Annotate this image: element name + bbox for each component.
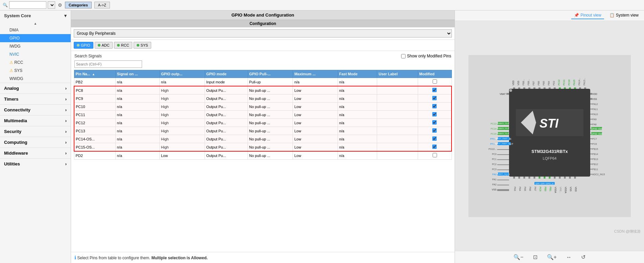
tab-rcc[interactable]: RCC bbox=[114, 42, 132, 49]
tab-gpio[interactable]: GPIO bbox=[74, 42, 93, 49]
table-cell: n/a bbox=[338, 119, 377, 127]
gear-icon[interactable]: ⚙ bbox=[58, 2, 62, 8]
table-cell: n/a bbox=[115, 119, 159, 127]
table-cell: Output Pu... bbox=[205, 135, 248, 143]
table-cell: PC8 bbox=[74, 86, 115, 95]
svg-text:STM32G431RBTx: STM32G431RBTx bbox=[531, 149, 568, 154]
top-search-input[interactable] bbox=[9, 1, 46, 9]
col-fast-mode[interactable]: Fast Mode bbox=[338, 70, 377, 78]
modified-checkbox[interactable] bbox=[432, 128, 437, 133]
table-row[interactable]: PC15-OS...n/aHighOutput Pu...No pull-up … bbox=[74, 143, 452, 152]
modified-checkbox[interactable] bbox=[432, 144, 437, 149]
modified-cell[interactable] bbox=[418, 151, 452, 160]
sidebar-category-security[interactable]: Security › bbox=[0, 126, 71, 137]
table-row[interactable]: PD2n/aLowOutput Pu...No pull-up ...Lown/… bbox=[74, 151, 452, 160]
modified-cell[interactable] bbox=[418, 103, 452, 111]
svg-text:VDDA: VDDA bbox=[565, 187, 567, 193]
col-gpio-mode[interactable]: GPIO mode bbox=[205, 70, 248, 78]
table-row[interactable]: PC12n/aHighOutput Pu...No pull-up ...Low… bbox=[74, 119, 452, 127]
modified-cell[interactable] bbox=[418, 119, 452, 127]
sidebar-item-rcc[interactable]: ⚠ RCC bbox=[0, 58, 71, 67]
bottom-toolbar: 🔍− ⊡ 🔍+ ↔ ↺ bbox=[455, 251, 644, 263]
pan-button[interactable]: ↔ bbox=[565, 254, 573, 261]
modified-checkbox[interactable] bbox=[432, 136, 437, 141]
sidebar-category-utilities[interactable]: Utilities › bbox=[0, 158, 71, 169]
table-row[interactable]: PC8n/aHighOutput Pu...No pull-up ...Lown… bbox=[74, 86, 452, 95]
show-modified-checkbox[interactable] bbox=[401, 54, 406, 58]
modified-checkbox[interactable] bbox=[432, 112, 437, 116]
sidebar-item-dma[interactable]: DMA bbox=[0, 26, 71, 34]
svg-text:PB8...: PB8... bbox=[527, 79, 530, 85]
sidebar-item-gpio[interactable]: GPIO bbox=[0, 34, 71, 42]
svg-text:PB11: PB11 bbox=[592, 168, 598, 170]
top-bar: 🔍 ⚙ Categories A->Z bbox=[0, 0, 644, 10]
adc-tab-label: ADC bbox=[102, 43, 110, 47]
search-signals-input[interactable] bbox=[74, 60, 142, 68]
modified-checkbox[interactable] bbox=[433, 153, 437, 157]
fit-button[interactable]: ⊡ bbox=[532, 253, 539, 261]
system-core-section[interactable]: System Core ▾ bbox=[0, 10, 71, 21]
tab-adc[interactable]: ADC bbox=[95, 42, 113, 49]
modified-checkbox[interactable] bbox=[432, 120, 437, 125]
col-pin-name[interactable]: Pin Na... ▲ bbox=[74, 70, 115, 78]
modified-cell[interactable] bbox=[418, 135, 452, 143]
tab-sys[interactable]: SYS bbox=[134, 42, 151, 49]
sidebar-category-timers[interactable]: Timers › bbox=[0, 94, 71, 104]
tab-system-view[interactable]: 📋 System view bbox=[607, 12, 641, 19]
table-cell: n/a bbox=[115, 143, 159, 152]
modified-cell[interactable] bbox=[418, 127, 452, 135]
tab-atoz[interactable]: A->Z bbox=[94, 2, 110, 8]
rotate-button[interactable]: ↺ bbox=[580, 253, 587, 261]
group-by-select[interactable]: Group By Peripherals bbox=[74, 29, 452, 37]
top-search-select[interactable] bbox=[48, 1, 55, 9]
col-gpio-pull[interactable]: GPIO Pull-... bbox=[248, 70, 293, 78]
modified-checkbox[interactable] bbox=[432, 104, 437, 108]
modified-cell[interactable] bbox=[418, 111, 452, 119]
sidebar-category-computing[interactable]: Computing › bbox=[0, 137, 71, 148]
modified-cell[interactable] bbox=[418, 95, 452, 103]
table-row[interactable]: PC11n/aHighOutput Pu...No pull-up ...Low… bbox=[74, 111, 452, 119]
svg-text:PB4: PB4 bbox=[548, 81, 550, 85]
col-maximum[interactable]: Maximum ... bbox=[293, 70, 338, 78]
table-row[interactable]: PB2n/an/aInput modePull-upn/an/a bbox=[74, 78, 452, 86]
table-row[interactable]: PC13n/aHighOutput Pu...No pull-up ...Low… bbox=[74, 127, 452, 135]
sidebar-category-analog[interactable]: Analog › bbox=[0, 83, 71, 94]
modified-cell[interactable] bbox=[418, 143, 452, 152]
col-user-label[interactable]: User Label bbox=[377, 70, 418, 78]
svg-text:PB13: PB13 bbox=[592, 158, 598, 160]
sidebar-item-sys[interactable]: ⚠ SYS bbox=[0, 67, 71, 75]
table-cell: High bbox=[160, 127, 205, 135]
table-cell: No pull-up ... bbox=[248, 111, 293, 119]
sidebar-item-wwdg[interactable]: WWDG bbox=[0, 75, 71, 83]
table-cell: n/a bbox=[115, 103, 159, 111]
tab-categories[interactable]: Categories bbox=[65, 2, 92, 8]
modified-checkbox[interactable] bbox=[433, 79, 437, 84]
col-gpio-output[interactable]: GPIO outp... bbox=[160, 70, 205, 78]
sidebar-category-multimedia[interactable]: Multimedia › bbox=[0, 115, 71, 126]
table-cell: n/a bbox=[115, 135, 159, 143]
sidebar-category-connectivity[interactable]: Connectivity › bbox=[0, 104, 71, 115]
sidebar-item-nvic[interactable]: NVIC bbox=[0, 50, 71, 58]
svg-text:PA13...: PA13... bbox=[583, 78, 585, 85]
table-cell: High bbox=[160, 119, 205, 127]
modified-checkbox[interactable] bbox=[432, 88, 437, 92]
modified-checkbox[interactable] bbox=[432, 96, 437, 100]
col-signal[interactable]: Signal on ... bbox=[115, 70, 159, 78]
tab-pinout-view[interactable]: 📌 Pinout view bbox=[571, 12, 604, 19]
zoom-out-button[interactable]: 🔍− bbox=[512, 253, 525, 261]
scroll-up-arrow[interactable]: ▲ bbox=[34, 22, 37, 25]
table-cell: Input mode bbox=[205, 78, 248, 86]
col-modified[interactable]: Modified bbox=[418, 70, 452, 78]
modified-cell[interactable] bbox=[418, 86, 452, 95]
zoom-in-button[interactable]: 🔍+ bbox=[546, 253, 558, 261]
table-row[interactable]: PC14-OS...n/aHighOutput Pu...No pull-up … bbox=[74, 135, 452, 143]
table-header: Pin Na... ▲ Signal on ... GPIO outp... G… bbox=[74, 70, 452, 78]
sidebar-category-middleware[interactable]: Middleware › bbox=[0, 148, 71, 158]
sidebar-item-iwdg[interactable]: IWDG bbox=[0, 42, 71, 50]
gpio-table: Pin Na... ▲ Signal on ... GPIO outp... G… bbox=[74, 70, 452, 160]
peripheral-tab-row: GPIO ADC RCC SYS bbox=[71, 40, 455, 51]
table-row[interactable]: PC9n/aHighOutput Pu...No pull-up ...Lown… bbox=[74, 95, 452, 103]
table-cell: PC15-OS... bbox=[74, 143, 115, 152]
table-row[interactable]: PC10n/aHighOutput Pu...No pull-up ...Low… bbox=[74, 103, 452, 111]
modified-cell[interactable] bbox=[418, 78, 452, 86]
